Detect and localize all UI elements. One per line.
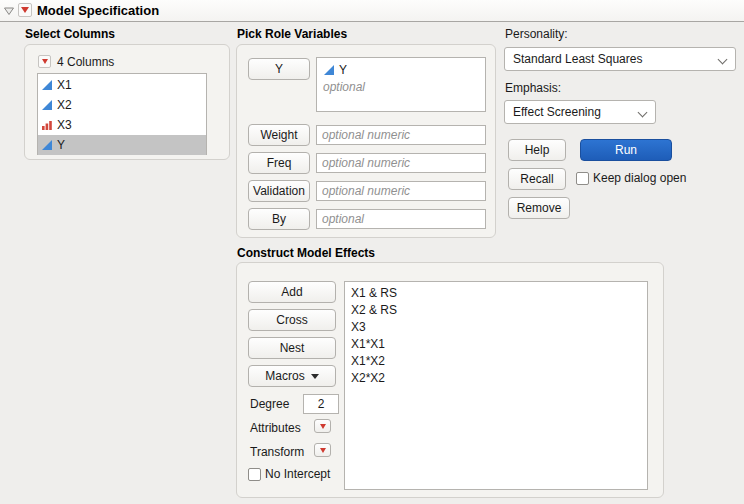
emphasis-label: Emphasis: xyxy=(505,81,561,95)
red-triangle-icon xyxy=(21,7,29,13)
transform-red-triangle-button[interactable] xyxy=(314,443,331,457)
effect-item[interactable]: X1*X2 xyxy=(345,353,647,370)
no-intercept-label: No Intercept xyxy=(265,468,330,481)
red-triangle-icon xyxy=(320,424,326,429)
freq-role-button[interactable]: Freq xyxy=(248,152,310,174)
y-role-button[interactable]: Y xyxy=(248,58,310,80)
validation-role-field[interactable] xyxy=(316,181,486,201)
construct-model-effects-title: Construct Model Effects xyxy=(237,246,375,260)
red-triangle-menu-button[interactable] xyxy=(18,3,32,17)
columns-red-triangle-menu-button[interactable] xyxy=(38,55,51,68)
chevron-down-icon xyxy=(638,108,648,118)
keep-dialog-open-checkbox[interactable] xyxy=(576,172,589,185)
disclosure-triangle-icon[interactable] xyxy=(3,5,15,17)
by-role-field[interactable] xyxy=(316,209,486,229)
list-item-x2[interactable]: X2 xyxy=(38,95,206,115)
macros-label: Macros xyxy=(265,369,304,383)
columns-count-label: 4 Columns xyxy=(57,55,114,69)
cross-button[interactable]: Cross xyxy=(248,309,336,331)
run-button[interactable]: Run xyxy=(580,139,672,161)
effect-item[interactable]: X1*X1 xyxy=(345,336,647,353)
header-bar: Model Specification xyxy=(0,0,744,22)
personality-dropdown[interactable]: Standard Least Squares xyxy=(504,47,736,71)
list-item-x3[interactable]: X3 xyxy=(38,115,206,135)
select-columns-panel: 4 Columns X1 X2 X3 xyxy=(24,44,230,160)
by-role-button[interactable]: By xyxy=(248,208,310,230)
y-role-placeholder: optional xyxy=(323,80,479,94)
column-label: Y xyxy=(57,138,65,152)
effect-item[interactable]: X3 xyxy=(345,319,647,336)
continuous-icon xyxy=(41,79,53,91)
continuous-icon xyxy=(41,139,53,151)
effect-item[interactable]: X1 & RS xyxy=(345,285,647,302)
continuous-icon xyxy=(323,64,335,76)
degree-label: Degree xyxy=(250,397,289,411)
freq-role-field[interactable] xyxy=(316,153,486,173)
red-triangle-icon xyxy=(42,59,48,64)
continuous-icon xyxy=(41,99,53,111)
model-specification-dialog: Model Specification Select Columns 4 Col… xyxy=(0,0,744,504)
effect-item[interactable]: X2 & RS xyxy=(345,302,647,319)
attributes-label: Attributes xyxy=(250,421,301,435)
column-label: X3 xyxy=(57,118,72,132)
columns-listbox[interactable]: X1 X2 X3 Y xyxy=(37,73,207,155)
model-effects-listbox[interactable]: X1 & RS X2 & RS X3 X1*X1 X1*X2 X2*X2 xyxy=(344,281,648,490)
column-label: X1 xyxy=(57,78,72,92)
column-label: X2 xyxy=(57,98,72,112)
macros-button[interactable]: Macros xyxy=(248,365,336,387)
attributes-red-triangle-button[interactable] xyxy=(314,419,331,433)
remove-button[interactable]: Remove xyxy=(508,197,570,219)
help-button[interactable]: Help xyxy=(508,139,566,161)
chevron-down-icon xyxy=(718,55,728,65)
keep-dialog-open-label: Keep dialog open xyxy=(593,172,686,185)
transform-label: Transform xyxy=(250,445,304,459)
personality-label: Personality: xyxy=(505,27,568,41)
y-role-value: Y xyxy=(339,63,347,77)
select-columns-title: Select Columns xyxy=(25,27,115,41)
validation-role-button[interactable]: Validation xyxy=(248,180,310,202)
emphasis-value: Effect Screening xyxy=(513,105,601,119)
add-button[interactable]: Add xyxy=(248,281,336,303)
page-title: Model Specification xyxy=(37,3,159,18)
red-triangle-icon xyxy=(320,448,326,453)
nest-button[interactable]: Nest xyxy=(248,337,336,359)
effect-item[interactable]: X2*X2 xyxy=(345,370,647,387)
list-item-y[interactable]: Y xyxy=(38,135,206,155)
weight-role-field[interactable] xyxy=(316,125,486,145)
degree-field[interactable] xyxy=(303,394,339,414)
emphasis-dropdown[interactable]: Effect Screening xyxy=(504,100,656,124)
weight-role-button[interactable]: Weight xyxy=(248,124,310,146)
nominal-icon xyxy=(41,119,53,131)
y-role-field[interactable]: Y optional xyxy=(316,57,486,112)
list-item-x1[interactable]: X1 xyxy=(38,75,206,95)
no-intercept-checkbox[interactable] xyxy=(248,468,261,481)
recall-button[interactable]: Recall xyxy=(508,168,566,190)
pick-role-variables-title: Pick Role Variables xyxy=(237,27,347,41)
dropdown-arrow-icon xyxy=(311,374,319,379)
personality-value: Standard Least Squares xyxy=(513,52,642,66)
